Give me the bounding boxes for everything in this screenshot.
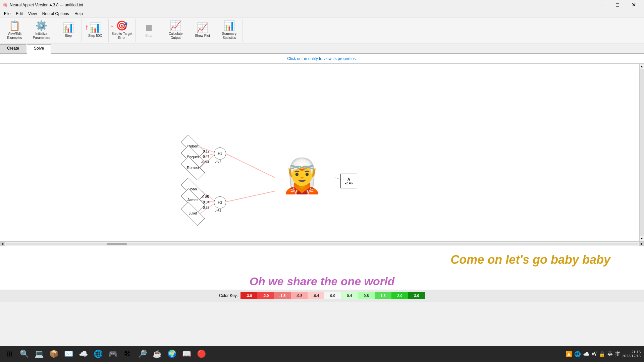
node-raquel-label: Raquel xyxy=(182,155,204,159)
step50x-button[interactable]: 📊 Step 50X xyxy=(82,19,109,42)
taskbar-right: 🔼 🌐 ☁️ W 🔒 英 拼 21:15 2023/12/13 xyxy=(566,350,641,358)
output-label: A xyxy=(347,177,350,181)
taskbar-globe[interactable]: 🌍 xyxy=(166,348,178,360)
maximize-button[interactable]: □ xyxy=(610,0,625,10)
close-button[interactable]: ✕ xyxy=(626,0,641,10)
colorkey-cell-8: 1.5 xyxy=(375,292,391,299)
stop-button[interactable]: ⏹ Stop xyxy=(136,19,162,42)
hidden-node-h2[interactable]: H2 xyxy=(214,196,226,208)
menu-edit[interactable]: Edit xyxy=(13,11,25,17)
weight-h1-1: 0.46 xyxy=(203,155,209,159)
colorkey-cell-4: -0.4 xyxy=(308,292,324,299)
lyric-area: Come on let's go baby baby xyxy=(0,246,644,273)
horizontal-scrollbar[interactable]: ◀ ▶ xyxy=(0,241,644,246)
colorkey-cell-10: 3.0 xyxy=(408,292,425,299)
taskbar-network[interactable]: 🌐 xyxy=(574,351,581,357)
taskbar-cloud[interactable]: ☁️ xyxy=(77,348,89,360)
hidden-node-h1[interactable]: H1 xyxy=(214,147,226,160)
colorkey-cell-0: -3.0 xyxy=(240,292,257,299)
taskbar-search2[interactable]: 🔎 xyxy=(136,348,148,360)
colorkey-cell-7: 0.8 xyxy=(358,292,375,299)
menu-file[interactable]: File xyxy=(1,11,13,17)
h2-value: 0.41 xyxy=(215,208,221,212)
calc-output-icon: 📈 xyxy=(170,21,181,31)
clock-time: 21:15 xyxy=(631,350,641,354)
h1-value: 0.67 xyxy=(215,160,221,163)
node-james-label: James xyxy=(182,198,203,202)
weight-h1-0: 0.12 xyxy=(203,149,209,153)
svg-line-7 xyxy=(225,191,275,202)
titlebar-controls: − □ ✕ xyxy=(594,0,641,10)
taskbar-w-icon[interactable]: W xyxy=(592,351,597,357)
taskbar-book[interactable]: 📖 xyxy=(180,348,193,360)
taskbar-file-explorer[interactable]: 💻 xyxy=(33,348,45,360)
toolbar: 📋 View/Edit Examples ⚙️ Initialize Param… xyxy=(0,17,644,44)
taskbar-lock[interactable]: 🔒 xyxy=(599,351,605,357)
output-node-a[interactable]: A -2.46 xyxy=(340,174,357,188)
calculate-output-button[interactable]: 📈 Calculate Output xyxy=(162,19,189,42)
menu-view[interactable]: View xyxy=(25,11,40,17)
summary-stats-icon: 📊 xyxy=(223,21,235,31)
taskbar-start-button[interactable]: ⊞ xyxy=(3,348,15,360)
right-scrollbar[interactable]: ▲ ▼ xyxy=(639,64,644,241)
canvas-area[interactable]: Robert Raquel Romeo Joan James Juliet 0.… xyxy=(0,64,644,241)
anime-character: 🧝 xyxy=(275,141,329,211)
taskbar-mail[interactable]: ✉️ xyxy=(62,348,74,360)
scroll-track[interactable] xyxy=(640,69,644,236)
view-edit-examples-button[interactable]: 📋 View/Edit Examples xyxy=(1,19,28,42)
info-text: Click on an entity to view its propertie… xyxy=(287,56,357,61)
taskbar-edge[interactable]: 🌐 xyxy=(92,348,104,360)
colorkey-cell-9: 2.0 xyxy=(391,292,408,299)
node-robert-label: Robert xyxy=(182,144,203,148)
app-icon: 🧠 xyxy=(3,3,8,7)
taskbar-game[interactable]: 🎮 xyxy=(107,348,119,360)
colorkey-cell-2: -1.5 xyxy=(274,292,291,299)
minimize-button[interactable]: − xyxy=(594,0,609,10)
tab-solve[interactable]: Solve xyxy=(27,44,51,54)
node-romeo-label: Romeo xyxy=(182,166,204,170)
scroll-up-arrow[interactable]: ▲ xyxy=(640,64,644,69)
hscroll-track[interactable] xyxy=(6,243,638,245)
step-target-icon: 🎯 xyxy=(116,21,128,31)
taskbar-tool[interactable]: 🛠 xyxy=(121,348,133,360)
initialize-parameters-button[interactable]: ⚙️ Initialize Parameters xyxy=(28,19,55,42)
step-button[interactable]: 📊 Step xyxy=(55,19,82,42)
taskbar-ime[interactable]: 英 xyxy=(607,351,613,358)
lyric-line2: Oh we share the one world xyxy=(250,275,395,288)
output-value: -2.46 xyxy=(345,181,353,185)
svg-line-6 xyxy=(225,153,275,178)
colorkey-cell-5: 0.0 xyxy=(324,292,341,299)
tab-create[interactable]: Create xyxy=(0,44,26,53)
colorkey-cell-3: -0.8 xyxy=(291,292,308,299)
weight-h2-2: 0.58 xyxy=(203,206,209,209)
titlebar-left: 🧠 Neural Applet Version 4.3.8 --- untitl… xyxy=(3,3,83,7)
weight-h1-2: -0.93 xyxy=(201,160,209,164)
step50x-icon: 📊 xyxy=(89,23,101,33)
taskbar-cloud-sys[interactable]: ☁️ xyxy=(583,351,590,357)
clock[interactable]: 21:15 2023/12/13 xyxy=(622,350,641,358)
show-plot-button[interactable]: 📈 Show Plot xyxy=(189,19,216,42)
colorkey-label: Color Key: xyxy=(219,293,238,298)
taskbar-chevron[interactable]: 🔼 xyxy=(566,351,572,357)
hscroll-thumb[interactable] xyxy=(107,243,127,245)
h2-label: H2 xyxy=(218,201,222,204)
view-edit-icon: 📋 xyxy=(9,21,20,31)
hscroll-right-button[interactable]: ▶ xyxy=(639,242,644,246)
clock-date: 2023/12/13 xyxy=(622,354,641,358)
menu-neural-options[interactable]: Neural Options xyxy=(40,11,72,17)
step-target-error-button[interactable]: 🎯 Step to Target Error xyxy=(109,19,136,42)
hscroll-left-button[interactable]: ◀ xyxy=(0,242,5,246)
colorkey-cell-1: -2.0 xyxy=(257,292,274,299)
lyric-area2: Oh we share the one world xyxy=(0,273,644,290)
scroll-down-arrow[interactable]: ▼ xyxy=(640,236,644,241)
taskbar-search[interactable]: 🔍 xyxy=(18,348,30,360)
menu-help[interactable]: Help xyxy=(72,11,86,17)
menubar: File Edit View Neural Options Help xyxy=(0,10,644,17)
taskbar-pinyin[interactable]: 拼 xyxy=(615,351,620,358)
taskbar-java[interactable]: ☕ xyxy=(151,348,163,360)
taskbar-app-red[interactable]: 🔴 xyxy=(195,348,207,360)
taskbar-store[interactable]: 📦 xyxy=(48,348,60,360)
summary-statistics-button[interactable]: 📊 Summary Statistics xyxy=(216,19,243,42)
init-params-icon: ⚙️ xyxy=(36,21,47,31)
step-icon: 📊 xyxy=(62,23,74,33)
